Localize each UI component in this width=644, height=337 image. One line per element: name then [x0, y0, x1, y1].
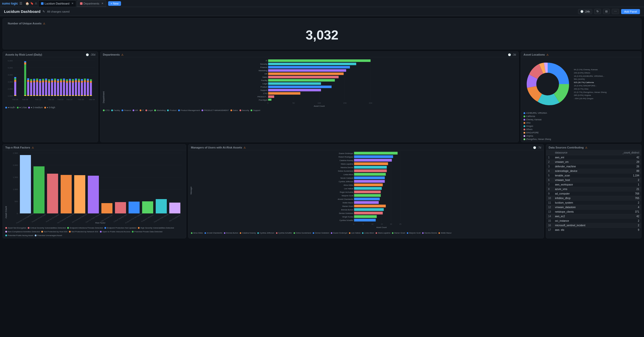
svg-rect-199: [354, 152, 398, 155]
svg-text:Mollie Mazur: Mollie Mazur: [343, 202, 353, 204]
table-row: 10 infoblox_dhcp 765: [546, 196, 641, 201]
row-datasource: sciencelogic_device: [553, 169, 608, 173]
clock-icon: 🕐: [580, 10, 583, 13]
row-count: 89: [608, 169, 641, 173]
datasources-table-body: 1 aws_eni 42 2 vmware_vm 29 3 defender_m…: [546, 155, 641, 231]
tab-departments-close[interactable]: ✕: [101, 2, 103, 5]
svg-rect-77: [84, 80, 86, 82]
managers-bars: Duane Grobmyer Robert Rodriguez Catalina…: [193, 151, 542, 230]
managers-title: Managers of Users with At-Risk Assets: [191, 146, 242, 149]
edit-icon[interactable]: ✎: [43, 10, 45, 13]
add-panel-button[interactable]: Add Panel: [621, 9, 640, 14]
svg-text:2,500: 2,500: [13, 152, 18, 154]
bookmark-icon[interactable]: 🔖: [30, 2, 34, 5]
svg-text:4,000: 4,000: [8, 74, 13, 76]
svg-rect-14: [14, 78, 16, 80]
unique-assets-panel: Number of Unique Assets ⚠ 3,032: [3, 18, 641, 49]
legend-3high: ● 3-high: [44, 106, 55, 109]
row-num: 17: [546, 228, 553, 231]
svg-text:Feb 20: Feb 20: [58, 98, 63, 101]
svg-rect-16: [24, 64, 26, 96]
panels-row-2: Top-n Risk Factors ⚠ Asset Count 2: [3, 144, 641, 238]
tab-dashboard-label: Lucidum Dashboard: [45, 2, 69, 5]
departments-warning: ⚠: [121, 53, 124, 56]
table-row: 17 aws_elp 9: [546, 228, 641, 231]
svg-rect-90: [36, 95, 38, 96]
svg-rect-64: [72, 83, 74, 96]
tab-close-icon[interactable]: ✕: [71, 2, 73, 5]
svg-text:Legal: Legal: [262, 83, 267, 85]
svg-text:Potential Public-facing: Potential Public-facing: [153, 213, 169, 223]
svg-rect-20: [27, 80, 29, 82]
row-datasource: lucidum_system: [553, 201, 608, 205]
svg-rect-55: [63, 82, 65, 96]
row-count: 42: [608, 214, 641, 219]
row-num: 12: [546, 205, 553, 210]
pie-chart-svg: [522, 59, 573, 109]
svg-rect-103: [75, 95, 77, 96]
svg-text:0: 0: [17, 212, 18, 215]
title-area: Lucidum Dashboard ✎ All changes saved: [4, 9, 69, 14]
datasources-table: datasource _count_distinct 1 aws_eni 42 …: [546, 150, 641, 231]
row-datasource: aws_ec2: [553, 214, 608, 219]
svg-text:Cynthia Schaffer: Cynthia Schaffer: [339, 219, 353, 221]
svg-rect-108: [90, 95, 92, 96]
new-button[interactable]: + New: [108, 1, 121, 6]
time-range-button[interactable]: 🕐 -24h: [578, 9, 592, 14]
departments-controls: 🕐 -3d: [508, 53, 516, 56]
row-num: 16: [546, 223, 553, 228]
svg-rect-44: [51, 81, 53, 82]
alert-icon[interactable]: ⚠: [35, 2, 37, 5]
row-num: 8: [546, 187, 553, 192]
row-datasource: infoblox_dhcp: [553, 196, 608, 201]
saved-status: All changes saved: [47, 10, 69, 13]
datasources-warning: ⚠: [585, 146, 587, 149]
risk-factors-warning: ⚠: [32, 146, 34, 149]
svg-text:Facility: Facility: [261, 79, 267, 82]
row-datasource: vmware_vm: [553, 160, 608, 164]
svg-rect-60: [66, 79, 68, 81]
svg-rect-23: [30, 81, 32, 83]
svg-rect-93: [45, 95, 47, 96]
tab-departments[interactable]: Departments ✕: [77, 0, 106, 7]
svg-text:Asset Not Encrypted: Asset Not Encrypted: [45, 214, 59, 223]
svg-rect-231: [354, 208, 384, 211]
refresh-button[interactable]: ↻: [594, 9, 601, 14]
svg-text:Robert Rodriguez: Robert Rodriguez: [339, 156, 353, 158]
tab-departments-icon: [80, 2, 83, 5]
svg-rect-201: [354, 155, 393, 158]
tab-lucidum-dashboard[interactable]: Lucidum Dashboard ✕: [38, 0, 76, 7]
svg-rect-83: [90, 81, 92, 83]
home-icon[interactable]: 🏠: [25, 2, 29, 5]
more-options-button[interactable]: ⋯: [612, 9, 619, 14]
pie-annotation-text: 94 (3.1%) Cheney, Kansas 240 (8.0%) Othe…: [574, 68, 640, 100]
svg-text:6,000: 6,000: [8, 60, 13, 62]
svg-rect-29: [36, 80, 38, 82]
unique-assets-warning: ⚠: [43, 22, 45, 25]
departments-legend: CTO Facility Finance HR IT Legal Marketi…: [100, 108, 518, 113]
risk-factors-header: Top-n Risk Factors ⚠: [3, 144, 186, 150]
filter-button[interactable]: ⊟: [603, 9, 610, 14]
svg-text:Marsha Dennis: Marsha Dennis: [341, 166, 353, 169]
row-datasource: netskope_clients: [553, 210, 608, 214]
svg-rect-18: [24, 61, 26, 62]
hamburger-icon[interactable]: ☰: [19, 2, 22, 5]
svg-rect-58: [66, 83, 68, 96]
svg-rect-25: [33, 82, 35, 96]
svg-rect-78: [84, 79, 86, 80]
svg-text:Security: Security: [260, 63, 267, 65]
dashboard-header: Lucidum Dashboard ✎ All changes saved 🕐 …: [0, 7, 644, 16]
svg-rect-225: [354, 198, 380, 200]
svg-rect-49: [57, 83, 59, 96]
svg-text:Feb 16: Feb 16: [48, 98, 54, 101]
svg-text:CTO: CTO: [263, 92, 267, 95]
svg-rect-87: [27, 95, 29, 96]
datasources-table-container[interactable]: datasource _count_distinct 1 aws_eni 42 …: [546, 150, 641, 231]
svg-rect-88: [30, 95, 32, 96]
table-row: 8 azure_vms 21: [546, 187, 641, 192]
legend-2medium: ● 2-medium: [28, 106, 43, 109]
svg-text:Duane Grobmyer: Duane Grobmyer: [339, 152, 353, 155]
row-datasource: tenable_scan: [553, 173, 608, 178]
svg-point-154: [536, 73, 559, 95]
svg-rect-177: [156, 199, 167, 213]
